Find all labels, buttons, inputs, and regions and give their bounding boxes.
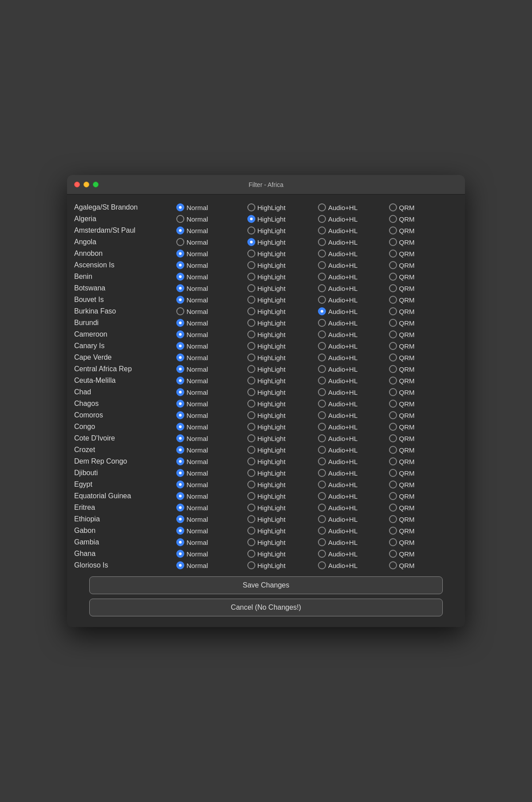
radio-option-audio-hl[interactable]: Audio+HL (318, 469, 387, 477)
radio-option-qrm[interactable]: QRM (389, 527, 458, 535)
radio-circle[interactable] (389, 527, 397, 535)
radio-option-highlight[interactable]: HighLight (247, 250, 317, 258)
radio-option-highlight[interactable]: HighLight (247, 284, 317, 292)
radio-circle[interactable] (318, 400, 326, 408)
radio-circle[interactable] (318, 457, 326, 465)
radio-circle[interactable] (389, 319, 397, 327)
radio-circle[interactable] (176, 284, 184, 292)
radio-option-normal[interactable]: Normal (176, 388, 246, 396)
radio-option-qrm[interactable]: QRM (389, 203, 458, 211)
radio-circle[interactable] (389, 550, 397, 558)
radio-option-audio-hl[interactable]: Audio+HL (318, 561, 387, 569)
radio-option-audio-hl[interactable]: Audio+HL (318, 480, 387, 488)
radio-option-qrm[interactable]: QRM (389, 330, 458, 338)
radio-circle[interactable] (176, 515, 184, 523)
radio-option-normal[interactable]: Normal (176, 250, 246, 258)
radio-option-qrm[interactable]: QRM (389, 388, 458, 396)
radio-circle[interactable] (247, 423, 255, 431)
radio-circle[interactable] (318, 527, 326, 535)
radio-option-normal[interactable]: Normal (176, 423, 246, 431)
radio-option-audio-hl[interactable]: Audio+HL (318, 515, 387, 523)
radio-option-qrm[interactable]: QRM (389, 504, 458, 512)
radio-circle[interactable] (318, 330, 326, 338)
radio-option-normal[interactable]: Normal (176, 469, 246, 477)
radio-option-normal[interactable]: Normal (176, 527, 246, 535)
radio-circle[interactable] (389, 342, 397, 350)
radio-circle[interactable] (318, 504, 326, 512)
radio-option-audio-hl[interactable]: Audio+HL (318, 538, 387, 546)
radio-circle[interactable] (318, 296, 326, 304)
radio-circle[interactable] (247, 457, 255, 465)
radio-circle[interactable] (389, 377, 397, 385)
radio-circle[interactable] (318, 203, 326, 211)
radio-circle[interactable] (247, 388, 255, 396)
radio-option-audio-hl[interactable]: Audio+HL (318, 238, 387, 246)
radio-circle[interactable] (176, 550, 184, 558)
radio-option-normal[interactable]: Normal (176, 342, 246, 350)
radio-option-qrm[interactable]: QRM (389, 273, 458, 281)
radio-circle[interactable] (318, 561, 326, 569)
radio-option-highlight[interactable]: HighLight (247, 203, 317, 211)
radio-option-audio-hl[interactable]: Audio+HL (318, 388, 387, 396)
radio-circle[interactable] (318, 515, 326, 523)
radio-circle[interactable] (176, 504, 184, 512)
radio-circle[interactable] (247, 250, 255, 258)
radio-circle[interactable] (318, 434, 326, 442)
radio-option-audio-hl[interactable]: Audio+HL (318, 365, 387, 373)
radio-option-qrm[interactable]: QRM (389, 319, 458, 327)
minimize-button[interactable] (83, 182, 89, 187)
radio-option-audio-hl[interactable]: Audio+HL (318, 261, 387, 269)
radio-circle[interactable] (247, 469, 255, 477)
radio-option-qrm[interactable]: QRM (389, 400, 458, 408)
radio-option-audio-hl[interactable]: Audio+HL (318, 215, 387, 223)
radio-option-normal[interactable]: Normal (176, 550, 246, 558)
radio-option-audio-hl[interactable]: Audio+HL (318, 400, 387, 408)
radio-option-audio-hl[interactable]: Audio+HL (318, 330, 387, 338)
radio-circle[interactable] (176, 561, 184, 569)
radio-circle[interactable] (247, 480, 255, 488)
radio-option-highlight[interactable]: HighLight (247, 434, 317, 442)
radio-circle[interactable] (389, 480, 397, 488)
radio-circle[interactable] (176, 469, 184, 477)
radio-option-normal[interactable]: Normal (176, 377, 246, 385)
radio-circle[interactable] (247, 296, 255, 304)
radio-option-normal[interactable]: Normal (176, 238, 246, 246)
radio-circle[interactable] (176, 296, 184, 304)
radio-option-audio-hl[interactable]: Audio+HL (318, 457, 387, 465)
radio-circle[interactable] (247, 273, 255, 281)
radio-option-audio-hl[interactable]: Audio+HL (318, 411, 387, 419)
radio-circle[interactable] (389, 307, 397, 315)
radio-circle[interactable] (247, 342, 255, 350)
radio-circle[interactable] (247, 561, 255, 569)
radio-option-normal[interactable]: Normal (176, 434, 246, 442)
radio-circle[interactable] (247, 238, 255, 246)
radio-circle[interactable] (176, 400, 184, 408)
radio-circle[interactable] (247, 284, 255, 292)
radio-option-audio-hl[interactable]: Audio+HL (318, 492, 387, 500)
radio-circle[interactable] (318, 353, 326, 361)
radio-circle[interactable] (389, 284, 397, 292)
radio-option-highlight[interactable]: HighLight (247, 423, 317, 431)
maximize-button[interactable] (93, 182, 99, 187)
radio-option-highlight[interactable]: HighLight (247, 515, 317, 523)
radio-option-audio-hl[interactable]: Audio+HL (318, 527, 387, 535)
radio-option-highlight[interactable]: HighLight (247, 377, 317, 385)
radio-circle[interactable] (389, 226, 397, 234)
radio-option-qrm[interactable]: QRM (389, 550, 458, 558)
radio-option-normal[interactable]: Normal (176, 307, 246, 315)
radio-circle[interactable] (318, 215, 326, 223)
radio-circle[interactable] (247, 492, 255, 500)
radio-option-highlight[interactable]: HighLight (247, 400, 317, 408)
country-list[interactable]: Agalega/St BrandonNormalHighLightAudio+H… (67, 202, 465, 571)
radio-circle[interactable] (176, 492, 184, 500)
radio-circle[interactable] (176, 250, 184, 258)
radio-option-audio-hl[interactable]: Audio+HL (318, 353, 387, 361)
radio-option-qrm[interactable]: QRM (389, 365, 458, 373)
radio-option-normal[interactable]: Normal (176, 457, 246, 465)
radio-circle[interactable] (247, 261, 255, 269)
radio-circle[interactable] (176, 226, 184, 234)
radio-circle[interactable] (318, 423, 326, 431)
radio-option-audio-hl[interactable]: Audio+HL (318, 284, 387, 292)
radio-option-qrm[interactable]: QRM (389, 411, 458, 419)
radio-option-audio-hl[interactable]: Audio+HL (318, 250, 387, 258)
